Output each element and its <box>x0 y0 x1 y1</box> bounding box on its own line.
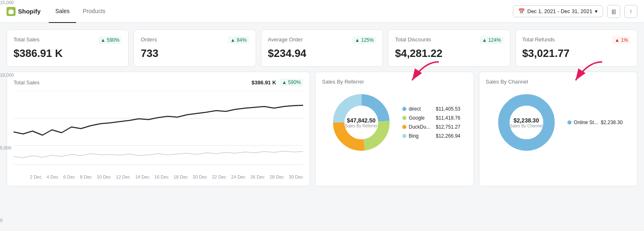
y-axis-labels: 15,000 10,000 5,000 0 <box>0 0 16 193</box>
referrer-donut-wrap: $47,842.50 Sales By Referrer <box>329 90 394 155</box>
chevron-down-icon: ▾ <box>595 8 598 14</box>
x-label-10dec: 10 Dec <box>97 174 111 179</box>
legend-name-google: Google <box>409 115 433 121</box>
x-label-22dec: 22 Dec <box>212 174 226 179</box>
kpi-value-orders: 733 <box>141 47 249 60</box>
legend-val-online-store: $2,238.30 <box>601 120 623 125</box>
x-label-6dec: 6 Dec <box>63 174 75 179</box>
bar-chart-icon: ||| <box>612 8 616 14</box>
x-label-28dec: 28 Dec <box>270 174 284 179</box>
legend-dot-duckduck <box>402 125 406 129</box>
legend-dot-bing <box>402 134 406 138</box>
line-chart-title-row: Total Sales $386.91 K ▲ 590% <box>14 79 303 86</box>
legend-val-bing: $12,266.94 <box>436 133 460 139</box>
x-label-24dec: 24 Dec <box>231 174 245 179</box>
kpi-card-orders: Orders ▲ 84% 733 <box>134 29 256 67</box>
line-chart-total: $386.91 K <box>252 79 276 86</box>
sales-by-channel-card: Sales By Channel $2,238.30 Sales By Chan… <box>479 72 638 186</box>
shopify-wordmark: Shopify <box>18 8 41 15</box>
channel-title-row: Sales By Channel <box>486 79 631 85</box>
referrer-center-value: $47,842.50 <box>345 117 377 124</box>
kpi-value-total-discounts: $4,281.22 <box>395 47 503 60</box>
legend-item-google: Google $11,418.76 <box>402 115 460 121</box>
legend-name-duckduck: DuckDu... <box>409 124 433 130</box>
x-axis-labels: 2 Dec 4 Dec 6 Dec 8 Dec 10 Dec 12 Dec 14… <box>14 174 303 179</box>
legend-name-bing: Bing <box>409 133 433 139</box>
kpi-badge-total-discounts: ▲ 124% <box>480 36 503 44</box>
x-label-12dec: 12 Dec <box>116 174 130 179</box>
share-icon-button[interactable]: ↑ <box>624 5 637 18</box>
referrer-chart-title: Sales By Referrer <box>322 79 364 85</box>
kpi-label-total-discounts: Total Discounts <box>395 36 431 43</box>
tab-products[interactable]: Products <box>76 0 112 23</box>
channel-center-text: $2,238.30 Sales By Channel <box>510 117 543 128</box>
kpi-header-average-order: Average Order ▲ 125% <box>268 36 376 44</box>
header-right: 📅 Dec 1, 2021 - Dec 31, 2021 ▾ ||| ↑ <box>513 5 637 18</box>
line-chart-value-badge: $386.91 K ▲ 590% <box>252 79 303 86</box>
legend-name-direct: direct <box>409 106 433 112</box>
charts-row: Total Sales $386.91 K ▲ 590% 15,000 10,0… <box>7 72 637 186</box>
kpi-label-orders: Orders <box>141 36 157 43</box>
referrer-center-label: Sales By Referrer <box>345 124 377 128</box>
legend-item-online-store: Online St... $2,238.30 <box>567 120 623 125</box>
referrer-donut-container: $47,842.50 Sales By Referrer direct $11,… <box>322 90 467 155</box>
legend-item-bing: Bing $12,266.94 <box>402 133 460 139</box>
kpi-header-total-sales: Total Sales ▲ 590% <box>14 36 122 44</box>
kpi-card-total-discounts: Total Discounts ▲ 124% $4,281.22 <box>388 29 510 67</box>
kpi-label-total-refunds: Total Refunds <box>522 36 555 43</box>
legend-dot-google <box>402 116 406 120</box>
kpi-header-orders: Orders ▲ 84% <box>141 36 249 44</box>
x-label-30dec: 30 Dec <box>289 174 303 179</box>
legend-dot-online-store <box>567 120 571 125</box>
line-chart-title: Total Sales <box>14 79 40 86</box>
referrer-legend: direct $11,405.53 Google $11,418.76 Duck… <box>402 106 460 139</box>
main-content: Total Sales ▲ 590% $386.91 K Orders ▲ 84… <box>0 23 644 193</box>
x-label-16dec: 16 Dec <box>154 174 169 179</box>
legend-val-direct: $11,405.53 <box>436 106 460 112</box>
kpi-badge-total-refunds: ▲ 1% <box>612 36 630 44</box>
share-icon: ↑ <box>630 8 633 14</box>
kpi-badge-orders: ▲ 84% <box>228 36 249 44</box>
y-label-5000: 5,000 <box>0 145 14 150</box>
line-chart-area <box>14 91 303 173</box>
sales-by-referrer-card: Sales By Referrer <box>315 72 474 186</box>
kpi-header-total-discounts: Total Discounts ▲ 124% <box>395 36 503 44</box>
chart-icon-button[interactable]: ||| <box>607 5 620 18</box>
kpi-label-average-order: Average Order <box>268 36 303 43</box>
kpi-value-average-order: $234.94 <box>268 47 376 60</box>
calendar-icon: 📅 <box>518 8 525 14</box>
kpi-card-average-order: Average Order ▲ 125% $234.94 <box>261 29 383 67</box>
legend-item-duckduck: DuckDu... $12,751.27 <box>402 124 460 130</box>
channel-center-value: $2,238.30 <box>510 117 543 124</box>
kpi-value-total-sales: $386.91 K <box>14 47 122 60</box>
legend-item-direct: direct $11,405.53 <box>402 106 460 112</box>
date-range-picker[interactable]: 📅 Dec 1, 2021 - Dec 31, 2021 ▾ <box>513 5 603 17</box>
referrer-title-row: Sales By Referrer <box>322 79 467 85</box>
line-chart-svg <box>14 91 303 173</box>
y-label-10000: 10,000 <box>0 72 14 77</box>
legend-name-online-store: Online St... <box>574 120 599 125</box>
date-range-label: Dec 1, 2021 - Dec 31, 2021 <box>527 8 592 14</box>
line-chart-svg-container: 2 Dec 4 Dec 6 Dec 8 Dec 10 Dec 12 Dec 14… <box>14 91 303 179</box>
legend-val-duckduck: $12,751.27 <box>436 124 460 130</box>
kpi-badge-average-order: ▲ 125% <box>352 36 376 44</box>
tab-sales[interactable]: Sales <box>49 0 76 23</box>
x-label-26dec: 26 Dec <box>250 174 265 179</box>
x-label-8dec: 8 Dec <box>80 174 92 179</box>
channel-legend: Online St... $2,238.30 <box>567 120 623 125</box>
legend-dot-direct <box>402 107 406 111</box>
x-label-14dec: 14 Dec <box>135 174 150 179</box>
y-label-15000: 15,000 <box>0 0 14 5</box>
x-label-2dec: 2 Dec <box>30 174 42 179</box>
channel-center-label: Sales By Channel <box>510 124 543 128</box>
line-chart-badge: ▲ 590% <box>279 79 303 86</box>
kpi-header-total-refunds: Total Refunds ▲ 1% <box>522 36 630 44</box>
kpi-cards-row: Total Sales ▲ 590% $386.91 K Orders ▲ 84… <box>7 29 637 67</box>
channel-donut-container: $2,238.30 Sales By Channel Online St... … <box>486 90 631 155</box>
kpi-label-total-sales: Total Sales <box>14 36 40 43</box>
channel-chart-title: Sales By Channel <box>486 79 528 85</box>
line-chart-card: Total Sales $386.91 K ▲ 590% 15,000 10,0… <box>7 72 310 186</box>
line-chart-area-wrapper: 15,000 10,000 5,000 0 <box>14 91 303 179</box>
kpi-card-total-refunds: Total Refunds ▲ 1% $3,021.77 <box>515 29 637 67</box>
x-label-4dec: 4 Dec <box>47 174 59 179</box>
